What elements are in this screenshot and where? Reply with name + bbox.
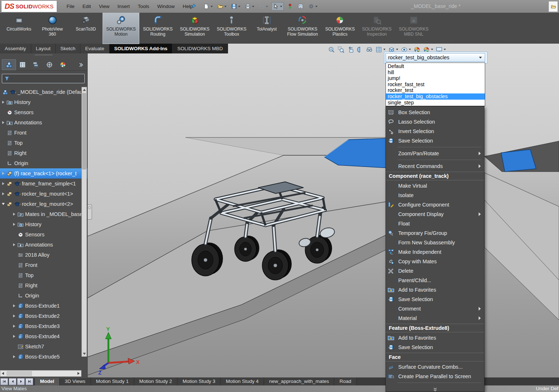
- dropdown-caret-icon[interactable]: [280, 6, 282, 7]
- tree-vertical-scrollbar[interactable]: [81, 87, 87, 357]
- menu-item-float[interactable]: Float: [386, 219, 484, 228]
- dropdown-caret-icon[interactable]: [431, 49, 433, 50]
- scroll-left-arrow-icon[interactable]: [2, 372, 4, 375]
- tree-item-front[interactable]: Front: [11, 260, 87, 270]
- annotation-views-button[interactable]: [366, 46, 373, 53]
- tree-item-right[interactable]: Right: [11, 280, 87, 291]
- tree-item-rocker-differential-bar[interactable]: rocker_differential_bar_: [0, 362, 87, 363]
- study-tab-model[interactable]: Model: [35, 377, 60, 385]
- tree-item-boss-extrude5[interactable]: Boss-Extrude5: [11, 352, 87, 362]
- menu-item-recent-commands[interactable]: Recent Commands: [386, 161, 484, 171]
- addin-button-solidworks-simulation[interactable]: SOLIDWORKS Simulation: [177, 13, 213, 44]
- addin-button-solidworks-routing[interactable]: SOLIDWORKS Routing: [140, 13, 176, 44]
- menu-item-delete[interactable]: Delete: [386, 266, 484, 276]
- panel-grip[interactable]: [35, 54, 53, 56]
- config-option-rocker-fast-test[interactable]: rocker_fast_test: [386, 81, 485, 88]
- menu-item-make-virtual[interactable]: Make Virtual: [386, 181, 484, 191]
- addin-button-solidworks-plastics[interactable]: SOLIDWORKS Plastics: [322, 13, 358, 44]
- menu-item-lasso-selection[interactable]: Lasso Selection: [386, 117, 484, 127]
- panel-tab-configurationmanager[interactable]: [29, 60, 43, 70]
- save-button[interactable]: [230, 3, 241, 10]
- menu-edit[interactable]: Edit: [79, 0, 95, 13]
- tree-item-model-base-ride-defau[interactable]: _MODEL_base_ride (Defau: [0, 87, 87, 97]
- menu-more-button[interactable]: [386, 384, 484, 392]
- chevron-down-icon[interactable]: [479, 57, 482, 59]
- addin-button-circuitworks[interactable]: CircuitWorks: [3, 13, 35, 44]
- expand-arrow-icon[interactable]: [2, 121, 4, 124]
- dropdown-caret-icon[interactable]: [315, 6, 318, 7]
- expand-arrow-icon[interactable]: [13, 213, 15, 216]
- tab-solidworks-mbd[interactable]: SOLIDWORKS MBD: [172, 44, 228, 53]
- tree-item-origin[interactable]: Origin: [11, 291, 87, 301]
- config-option-default[interactable]: Default: [386, 63, 485, 69]
- menu-window[interactable]: Window: [153, 0, 179, 13]
- tab-evaluate[interactable]: Evaluate: [80, 44, 109, 53]
- tree-item-boss-extrude2[interactable]: Boss-Extrude2: [11, 311, 87, 321]
- dropdown-caret-icon[interactable]: [238, 6, 240, 7]
- study-tab-motion-study-4[interactable]: Motion Study 4: [221, 377, 264, 385]
- menu-item-parent-child[interactable]: Parent/Child...: [386, 276, 484, 285]
- expand-arrow-icon[interactable]: [2, 101, 4, 104]
- menu-file[interactable]: File: [63, 0, 79, 13]
- tree-item-f-race-track-1-rocker-t[interactable]: (f) race_track<1> (rocker_t: [0, 168, 87, 179]
- menu-item-temporary-fix-group[interactable]: Temporary Fix/Group: [386, 228, 484, 238]
- expand-arrow-icon[interactable]: [13, 243, 15, 246]
- addin-button-tolanalyst[interactable]: TolAnalyst: [250, 13, 283, 44]
- addin-button-scanto3d[interactable]: ScanTo3D: [69, 13, 102, 44]
- nav-prev-button[interactable]: [9, 378, 16, 385]
- tree-item-mates-in-model-base[interactable]: Mates in _MODEL_base: [11, 209, 87, 219]
- study-tab-motion-study-3[interactable]: Motion Study 3: [177, 377, 221, 385]
- task-list-button[interactable]: [296, 3, 305, 10]
- tab-layout[interactable]: Layout: [31, 44, 56, 53]
- tree-item-sensors[interactable]: Sensors: [0, 107, 87, 117]
- expand-arrow-icon[interactable]: [2, 192, 4, 195]
- tree-item-annotations[interactable]: Annotations: [11, 240, 87, 250]
- menu-item-zoom-pan-rotate[interactable]: Zoom/Pan/Rotate: [386, 149, 484, 158]
- menu-item-comment[interactable]: Comment: [386, 304, 484, 313]
- dropdown-caret-icon[interactable]: [224, 6, 227, 7]
- menu-item-create-plane-parallel-to-screen[interactable]: Create Plane Parallel to Screen: [386, 372, 484, 381]
- menu-item-material[interactable]: Material: [386, 313, 484, 323]
- menu-item-surface-curvature-combs[interactable]: Surface Curvature Combs...: [386, 362, 484, 372]
- expand-arrow-icon[interactable]: [13, 355, 15, 358]
- undo-button[interactable]: [257, 3, 269, 10]
- scrollbar-thumb[interactable]: [82, 93, 86, 169]
- dropdown-caret-icon[interactable]: [444, 49, 446, 50]
- menu-item-add-to-favorites[interactable]: Add to Favorites: [386, 285, 484, 295]
- tree-filter-input[interactable]: [2, 74, 85, 83]
- dropdown-caret-icon[interactable]: [252, 6, 254, 7]
- nav-last-button[interactable]: [25, 378, 33, 385]
- tree-item-boss-extrude3[interactable]: Boss-Extrude3: [11, 321, 87, 331]
- config-option-single-step[interactable]: single_step: [386, 100, 485, 106]
- expand-arrow-icon[interactable]: [2, 172, 4, 175]
- tab-sketch[interactable]: Sketch: [56, 44, 80, 53]
- study-tab-3d-views[interactable]: 3D Views: [60, 377, 91, 385]
- new-document-button[interactable]: [202, 3, 214, 10]
- menu-view[interactable]: View: [95, 0, 113, 13]
- study-tab-motion-study-1[interactable]: Motion Study 1: [91, 377, 134, 385]
- config-option-jump[interactable]: jump!: [386, 75, 485, 81]
- tree-item-sensors[interactable]: Sensors: [11, 229, 87, 240]
- config-option-rocker-test-big-obstacles[interactable]: rocker_test_big_obstacles: [386, 93, 485, 100]
- menu-insert[interactable]: Insert: [113, 0, 134, 13]
- previous-view-button[interactable]: [347, 46, 354, 53]
- options-gear-button[interactable]: [307, 3, 319, 10]
- tree-horizontal-scrollbar[interactable]: [0, 370, 81, 377]
- panel-splitter-handle[interactable]: [87, 204, 92, 220]
- config-option-rocker-test[interactable]: rocker_test: [386, 87, 485, 93]
- tree-item-frame-frame-simple-1[interactable]: frame_frame_simple<1: [0, 179, 87, 189]
- configuration-combobox[interactable]: rocker_test_big_obstacles: [386, 53, 485, 62]
- select-cursor-button[interactable]: [271, 2, 284, 11]
- open-document-button[interactable]: [216, 3, 228, 10]
- tree-item-history[interactable]: History: [0, 97, 87, 107]
- study-tab-road[interactable]: Road: [334, 377, 356, 385]
- scroll-right-arrow-icon[interactable]: [77, 372, 80, 375]
- menu-item-save-selection[interactable]: Save Selection: [386, 136, 484, 145]
- menu-item-invert-selection[interactable]: Invert Selection: [386, 127, 484, 136]
- status-lights-button[interactable]: [286, 3, 294, 10]
- task-pane-tab[interactable]: [548, 1, 558, 12]
- expand-arrow-icon[interactable]: [13, 315, 15, 317]
- tree-item-right[interactable]: Right: [0, 148, 87, 158]
- scroll-up-arrow-icon[interactable]: [83, 89, 86, 91]
- menu-item-component-display[interactable]: Component Display: [386, 209, 484, 219]
